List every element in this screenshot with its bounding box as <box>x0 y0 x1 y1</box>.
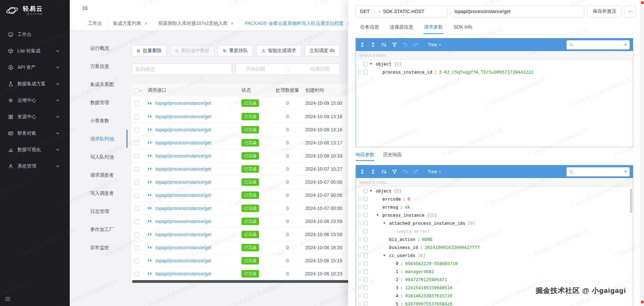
tree-row[interactable]: biz_action:NONE <box>356 235 633 243</box>
tree-row[interactable]: process_instance_id:3-K2_C5qTxqgffA_TIc5… <box>356 68 633 76</box>
tree-mode-select[interactable]: Tree▾ <box>428 42 441 47</box>
tab-close-icon[interactable]: × <box>145 21 147 26</box>
header-caret-icon[interactable]: ▾ <box>140 89 142 92</box>
sidebar-item-ops-center[interactable]: 运维中心 <box>0 92 70 108</box>
redo-icon[interactable] <box>413 42 419 48</box>
row-checkbox[interactable] <box>134 232 139 237</box>
undo-icon[interactable] <box>402 42 408 48</box>
requeue-button[interactable]: ↻重新排队 <box>218 45 253 56</box>
api-path-input[interactable]: topapi/processinstance/get <box>450 5 584 17</box>
tree-row[interactable]: 1:manager4581 <box>356 267 633 275</box>
count-link[interactable]: 0 <box>286 127 289 132</box>
filter-icon[interactable] <box>391 169 397 175</box>
collapse-all-icon[interactable] <box>370 169 376 175</box>
expand-all-icon[interactable] <box>359 42 365 48</box>
tree-row-checkbox[interactable] <box>363 294 368 298</box>
count-link[interactable]: 0 <box>286 114 289 119</box>
json-search-box[interactable] <box>567 40 630 49</box>
tree-row[interactable]: business_id:202410091033000427777 <box>356 243 633 251</box>
tree-row[interactable]: 0:0564562229-558685710 <box>356 259 633 267</box>
drag-handle-icon[interactable] <box>358 237 361 241</box>
scheme-menu-item-event-factory[interactable]: 事件加工厂 <box>76 220 127 238</box>
api-link[interactable]: topapi/processinstance/get <box>155 127 211 132</box>
sort-icon[interactable] <box>381 42 387 48</box>
tree-row-checkbox[interactable] <box>363 197 368 201</box>
drag-handle-icon[interactable] <box>358 302 361 306</box>
delete-selected-button[interactable]: ⊘删除选中数据 <box>170 45 215 56</box>
drag-handle-icon[interactable] <box>358 197 361 201</box>
tab-scheme-list[interactable]: 集成方案列表× <box>108 16 153 31</box>
scheme-menu-item-overview[interactable]: 运行概况 <box>76 39 127 57</box>
sidebar-item-resource-center[interactable]: 资源中心 <box>0 108 70 125</box>
row-checkbox[interactable] <box>134 167 139 172</box>
count-link[interactable]: 0 <box>286 100 289 106</box>
drag-handle-icon[interactable] <box>358 253 361 257</box>
sidebar-collapse-icon[interactable] <box>5 296 11 302</box>
api-link[interactable]: topapi/processinstance/get <box>155 100 211 106</box>
count-link[interactable]: 0 <box>286 219 289 224</box>
scheme-menu-item-write-queue[interactable]: 写入队列池 <box>76 148 127 166</box>
tree-row-checkbox[interactable] <box>363 213 368 217</box>
scheme-menu-item-data-manage[interactable]: 数据管理 <box>76 93 127 112</box>
tree-row[interactable]: errcode:0 <box>356 195 633 203</box>
expand-arrow-icon[interactable]: ▼ <box>383 221 389 225</box>
json-search-box[interactable] <box>567 167 630 176</box>
row-checkbox[interactable] <box>134 219 139 224</box>
api-link[interactable]: topapi/processinstance/get <box>155 206 211 211</box>
expand-arrow-icon[interactable]: ▼ <box>370 189 376 192</box>
scheme-menu-item-exception-monitor[interactable]: 异常监控 <box>76 238 127 257</box>
smart-generate-button[interactable]: ⚠智能生成请求 <box>256 45 301 56</box>
drag-handle-icon[interactable] <box>358 221 361 225</box>
drawer-tab-request-params[interactable]: 请求参数 <box>419 21 447 34</box>
drag-handle-icon[interactable] <box>358 261 361 265</box>
tree-row[interactable]: ▼object{1} <box>356 60 633 68</box>
expand-arrow-icon[interactable]: ▼ <box>377 213 382 217</box>
drag-handle-icon[interactable] <box>358 286 361 290</box>
api-link[interactable]: topapi/processinstance/get <box>155 219 211 224</box>
row-checkbox[interactable] <box>134 101 139 106</box>
count-link[interactable]: 0 <box>286 245 289 250</box>
row-checkbox[interactable] <box>134 193 139 198</box>
date-range-input[interactable]: 开始日期 → 结束日期 <box>235 63 340 75</box>
more-button[interactable]: ⋯ <box>625 5 636 17</box>
sidebar-item-lite[interactable]: Lite 轻集成 <box>0 43 70 59</box>
editor-scrollbar-thumb[interactable] <box>630 189 632 213</box>
drag-handle-icon[interactable] <box>358 277 361 281</box>
host-select[interactable]: SDK.STATIC.HOST <box>383 9 443 14</box>
api-link[interactable]: topapi/processinstance/get <box>155 192 211 198</box>
count-link[interactable]: 0 <box>286 258 289 263</box>
tab-close-icon[interactable]: × <box>231 21 233 26</box>
horizontal-scrollbar-thumb[interactable] <box>132 280 350 283</box>
api-link[interactable]: topapi/processinstance/get <box>155 258 211 263</box>
sidebar-item-system[interactable]: 系统管理 <box>0 158 70 174</box>
sidebar-item-integration[interactable]: 数据集成方案 <box>0 76 70 92</box>
count-link[interactable]: 0 <box>286 192 289 198</box>
drawer-tab-connector-info[interactable]: 连接器信息 <box>385 21 418 34</box>
row-checkbox[interactable] <box>134 206 139 211</box>
undo-icon[interactable] <box>402 169 408 175</box>
tree-row-checkbox[interactable] <box>363 229 368 233</box>
row-checkbox[interactable] <box>134 180 139 185</box>
tree-row[interactable]: 2:0947270125805471 <box>356 275 633 283</box>
row-checkbox[interactable] <box>134 259 139 263</box>
drag-handle-icon[interactable] <box>358 213 361 217</box>
select-all-checkbox[interactable] <box>134 88 139 93</box>
response-tab-response-params[interactable]: 响应参数 <box>356 152 374 161</box>
http-method-select[interactable]: GET <box>360 9 375 14</box>
json-search-input[interactable] <box>576 169 622 174</box>
response-tab-history-response[interactable]: 历史响应 <box>383 152 402 161</box>
api-link[interactable]: topapi/processinstance/get <box>155 114 211 119</box>
expand-arrow-icon[interactable]: ▼ <box>370 62 376 65</box>
drag-handle-icon[interactable] <box>358 205 361 209</box>
row-checkbox[interactable] <box>134 141 139 145</box>
tree-row[interactable]: errmsg:ok <box>356 203 633 211</box>
tree-row[interactable]: ▼process_instance{15} <box>356 211 633 219</box>
api-link[interactable]: topapi/processinstance/get <box>155 140 211 145</box>
tree-row-checkbox[interactable] <box>363 70 368 74</box>
queue-status-input[interactable] <box>131 63 232 75</box>
drawer-tab-task-info[interactable]: 任务信息 <box>356 21 384 34</box>
api-link[interactable]: topapi/processinstance/get <box>155 271 211 276</box>
tree-row-checkbox[interactable] <box>363 261 368 266</box>
tree-row-checkbox[interactable] <box>363 269 368 274</box>
schedule-now-button[interactable]: 立刻调度 ds <box>305 45 340 56</box>
